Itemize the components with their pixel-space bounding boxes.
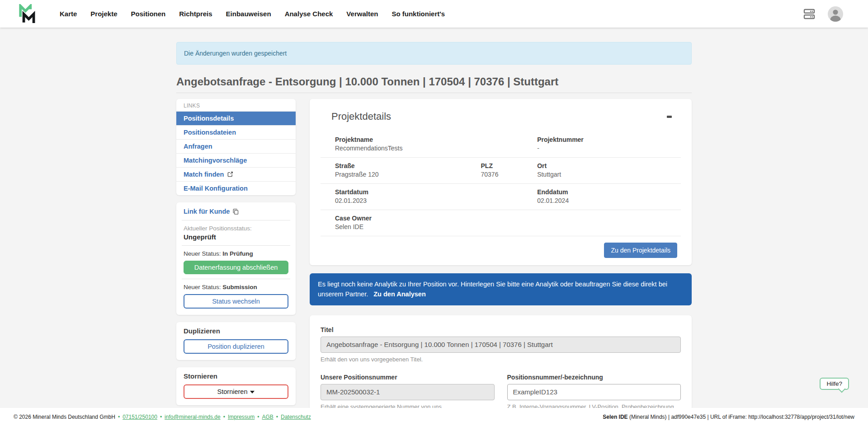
logo-icon: [18, 4, 38, 24]
our-position-number-label: Unsere Positionsnummer: [321, 374, 495, 381]
sidebar-item-match-finden[interactable]: Match finden: [176, 168, 296, 182]
case-owner-value: Selen IDE: [335, 223, 537, 230]
nav-item-projekte[interactable]: Projekte: [90, 10, 117, 18]
save-success-alert: Die Änderungen wurden gespeichert: [176, 42, 692, 65]
detail-row-owner: Case Owner Selen IDE: [321, 210, 681, 236]
mineral-minds-logo[interactable]: [18, 4, 38, 24]
status-card: Link für Kunde Aktueller Positionsstatus…: [176, 202, 296, 315]
banner-text: Es liegt noch keine Analytik zu Ihrer Po…: [318, 281, 667, 298]
page-title: Angebotsanfrage - Entsorgung | 10.000 To…: [176, 75, 692, 93]
sidebar-item-email-konfiguration[interactable]: E-Mail Konfiguration: [176, 182, 296, 195]
new-status-line-1: Neuer Status: In Prüfung: [184, 250, 288, 257]
detail-row-address: Straße Pragstraße 120 PLZ 70376 Ort Stut…: [321, 158, 681, 184]
project-details-title: Projektdetails: [331, 111, 391, 122]
titel-input: [321, 337, 681, 353]
footer-datenschutz-link[interactable]: Datenschutz: [274, 414, 311, 420]
nav-item-analyse-check[interactable]: Analyse Check: [285, 10, 333, 18]
footer-left: © 2026 Mineral Minds Deutschland GmbH 07…: [14, 414, 311, 420]
collapse-icon[interactable]: [667, 116, 672, 118]
alert-message: Die Änderungen wurden gespeichert: [184, 50, 287, 57]
nav-item-richtpreis[interactable]: Richtpreis: [179, 10, 212, 18]
footer-phone-link[interactable]: 07151/250100: [115, 414, 157, 420]
external-link-icon: [227, 171, 233, 178]
startdatum-value: 02.01.2023: [335, 197, 537, 204]
navbar-right: [802, 6, 843, 22]
nav-item-karte[interactable]: Karte: [60, 10, 77, 18]
top-navbar: Karte Projekte Positionen Richtpreis Ein…: [0, 0, 868, 28]
copyright-text: © 2026 Mineral Minds Deutschland GmbH: [14, 414, 115, 420]
footer: © 2026 Mineral Minds Deutschland GmbH 07…: [0, 408, 868, 426]
main-nav: Karte Projekte Positionen Richtpreis Ein…: [60, 10, 802, 18]
sidebar-item-positionsdateien[interactable]: Positionsdateien: [176, 126, 296, 140]
links-header: LINKS: [176, 99, 296, 112]
cancel-title: Stornieren: [184, 372, 288, 380]
links-card: LINKS Positionsdetails Positionsdateien …: [176, 99, 296, 195]
nav-item-einbauweisen[interactable]: Einbauweisen: [226, 10, 271, 18]
footer-impressum-link[interactable]: Impressum: [221, 414, 255, 420]
position-number-group: Positionsnummer/-bezeichnung Z.B. Intern…: [507, 374, 681, 410]
detail-row-name: Projektname RecommendationsTests Projekt…: [321, 131, 681, 158]
titel-label: Titel: [321, 326, 681, 333]
detail-row-dates: Startdatum 02.01.2023 Enddatum 02.01.202…: [321, 184, 681, 210]
sidebar-item-matchingvorschlaege[interactable]: Matchingvorschläge: [176, 154, 296, 168]
our-position-number-group: Unsere Positionsnummer Erhält eine syste…: [321, 374, 495, 410]
user-menu-button[interactable]: [828, 6, 843, 22]
server-stack-icon: [802, 7, 816, 21]
customer-link[interactable]: Link für Kunde: [184, 208, 239, 215]
go-to-project-details-button[interactable]: Zu den Projektdetails: [604, 243, 677, 258]
sidebar: LINKS Positionsdetails Positionsdateien …: [176, 99, 296, 405]
help-button[interactable]: Hilfe?: [820, 378, 849, 390]
go-to-analyses-link[interactable]: Zu den Analysen: [373, 290, 425, 298]
duplicate-title: Duplizieren: [184, 327, 288, 335]
duplicate-position-button[interactable]: Position duplizieren: [184, 339, 288, 354]
footer-user: Selen IDE: [603, 414, 627, 420]
main-column: Projektdetails Projektname Recommendatio…: [310, 99, 692, 426]
project-details-card: Projektdetails Projektname Recommendatio…: [310, 99, 692, 265]
sidebar-item-anfragen[interactable]: Anfragen: [176, 140, 296, 154]
copy-icon: [232, 208, 239, 215]
ort-value: Stuttgart: [537, 171, 666, 178]
projektname-value: RecommendationsTests: [335, 145, 537, 152]
plz-value: 70376: [481, 171, 538, 178]
footer-email-link[interactable]: info@mineral-minds.de: [157, 414, 221, 420]
analytics-info-banner: Es liegt noch keine Analytik zu Ihrer Po…: [310, 273, 692, 305]
nav-item-so-funktionierts[interactable]: So funktioniert's: [392, 10, 445, 18]
sidebar-item-positionsdetails[interactable]: Positionsdetails: [176, 112, 296, 126]
new-status-line-2: Neuer Status: Submission: [184, 284, 288, 290]
switch-status-button[interactable]: Status wechseln: [184, 294, 288, 309]
caret-down-icon: [250, 391, 255, 393]
projektnummer-value: -: [537, 145, 666, 152]
position-number-label: Positionsnummer/-bezeichnung: [507, 374, 681, 381]
position-number-input[interactable]: [507, 384, 681, 400]
avatar-icon: [828, 6, 843, 22]
titel-helper: Erhält den von uns vorgegebenen Titel.: [321, 356, 681, 363]
cancel-dropdown-button[interactable]: Stornieren: [184, 384, 288, 399]
environment-menu-button[interactable]: [802, 7, 816, 21]
page-content: Die Änderungen wurden gespeichert Angebo…: [176, 42, 692, 426]
current-status-label: Aktueller Positionsstatus:: [184, 225, 288, 232]
our-position-number-input: [321, 384, 495, 400]
cancel-card: Stornieren Stornieren: [176, 367, 296, 405]
current-status-value: Ungeprüft: [184, 233, 288, 241]
footer-agb-link[interactable]: AGB: [255, 414, 274, 420]
duplicate-card: Duplizieren Position duplizieren: [176, 322, 296, 360]
nav-item-verwalten[interactable]: Verwalten: [346, 10, 378, 18]
footer-session-info: Selen IDE (Mineral Minds) | adf990e47e35…: [603, 414, 854, 420]
titel-group: Titel Erhält den von uns vorgegebenen Ti…: [321, 326, 681, 363]
complete-data-entry-button[interactable]: Datenerfassung abschließen: [184, 261, 288, 274]
strasse-value: Pragstraße 120: [335, 171, 481, 178]
enddatum-value: 02.01.2024: [537, 197, 666, 204]
nav-item-positionen[interactable]: Positionen: [131, 10, 166, 18]
